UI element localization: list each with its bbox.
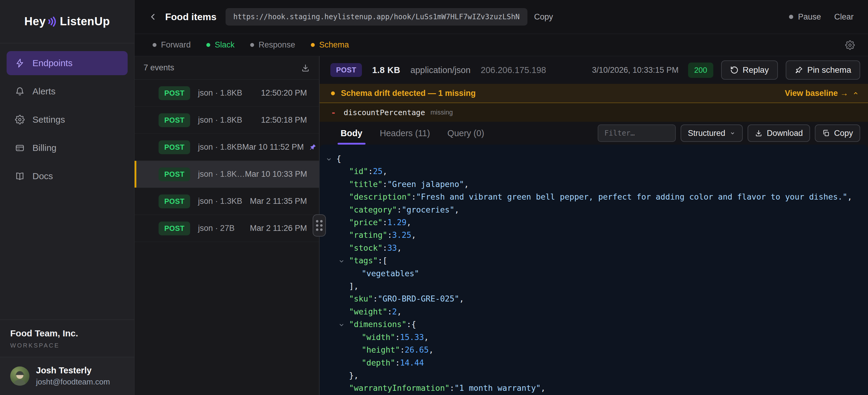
view-mode-label: Structured bbox=[688, 129, 725, 138]
chevron-up-icon bbox=[852, 90, 859, 96]
tab-headers-11[interactable]: Headers (11) bbox=[376, 122, 434, 145]
event-row[interactable]: POSTjson · 1.8KB12:50:18 PM bbox=[134, 107, 319, 134]
json-token: : bbox=[395, 333, 400, 342]
content-split: 7 events POSTjson · 1.8KB12:50:20 PMPOST… bbox=[134, 56, 868, 395]
sidebar-item-endpoints[interactable]: Endpoints bbox=[7, 51, 128, 75]
copy-url-button[interactable]: Copy bbox=[534, 12, 553, 22]
sidebar-item-label: Endpoints bbox=[32, 58, 72, 68]
event-meta-row: POST 1.8 KB application/json 206.206.175… bbox=[319, 56, 868, 84]
sidebar-nav: EndpointsAlertsSettingsBillingDocs bbox=[0, 43, 134, 196]
status-tab-slack[interactable]: Slack bbox=[206, 40, 235, 50]
workspace-block[interactable]: Food Team, Inc. WORKSPACE bbox=[0, 319, 134, 357]
filter-input[interactable] bbox=[598, 124, 676, 142]
json-token: : bbox=[383, 243, 388, 253]
collapse-chevron-icon[interactable] bbox=[338, 322, 349, 328]
avatar bbox=[10, 366, 29, 386]
json-line: "weight":2, bbox=[319, 305, 868, 318]
book-icon bbox=[15, 171, 25, 181]
json-token: , bbox=[455, 205, 459, 214]
sidebar-item-alerts[interactable]: Alerts bbox=[7, 79, 128, 104]
view-mode-select[interactable]: Structured bbox=[681, 124, 743, 142]
copy-body-button[interactable]: Copy bbox=[815, 124, 860, 142]
json-token: "rating" bbox=[349, 230, 388, 239]
brand-listenup: ListenUp bbox=[60, 15, 110, 28]
event-row[interactable]: POSTjson · 1.3KBMar 2 11:35 PM bbox=[134, 188, 319, 215]
json-line: "tags":[ bbox=[319, 254, 868, 267]
status-tab-schema[interactable]: Schema bbox=[311, 40, 349, 50]
replay-button[interactable]: Replay bbox=[721, 60, 778, 80]
json-token: "dimensions" bbox=[349, 319, 406, 329]
settings-gear-button[interactable] bbox=[845, 40, 855, 50]
pause-status-dot bbox=[789, 15, 793, 19]
user-menu[interactable]: Josh Testerly josht@foodteam.com bbox=[0, 357, 134, 395]
status-tab-response[interactable]: Response bbox=[250, 40, 295, 50]
json-line: "price":1.29, bbox=[319, 216, 868, 229]
json-token: , bbox=[406, 218, 411, 227]
sidebar-item-billing[interactable]: Billing bbox=[7, 136, 128, 160]
main-area: Food items https://hook.staging.heyliste… bbox=[134, 0, 868, 395]
json-line: "id":25, bbox=[319, 165, 868, 178]
sidebar-item-label: Billing bbox=[32, 143, 57, 153]
pin-schema-button[interactable]: Pin schema bbox=[786, 60, 860, 80]
drift-field-status: missing bbox=[430, 109, 453, 116]
json-line: "width":15.33, bbox=[319, 331, 868, 344]
export-events-button[interactable] bbox=[301, 63, 310, 73]
event-method-badge: POST bbox=[159, 167, 190, 181]
event-row[interactable]: POSTjson · 1.8KB12:50:20 PM bbox=[134, 80, 319, 107]
json-token: : bbox=[383, 218, 388, 227]
json-token: ], bbox=[349, 281, 359, 291]
event-meta: json · 1.3KB bbox=[198, 197, 242, 206]
json-token: "groceries" bbox=[402, 205, 455, 214]
collapse-chevron-icon[interactable] bbox=[338, 258, 349, 264]
sidebar-item-docs[interactable]: Docs bbox=[7, 164, 128, 188]
status-tab-forward[interactable]: Forward bbox=[153, 40, 191, 50]
download-body-button[interactable]: Download bbox=[748, 124, 810, 142]
json-token: : bbox=[388, 230, 392, 239]
json-token: "description" bbox=[349, 192, 411, 201]
events-list: POSTjson · 1.8KB12:50:20 PMPOSTjson · 1.… bbox=[134, 80, 319, 242]
clear-button[interactable]: Clear bbox=[834, 12, 854, 22]
event-row[interactable]: POSTjson · 27BMar 2 11:26 PM bbox=[134, 215, 319, 242]
pause-label: Pause bbox=[798, 12, 821, 22]
payload-tabs-row: BodyHeaders (11)Query (0) Structured Dow… bbox=[319, 122, 868, 145]
event-time: Mar 2 11:35 PM bbox=[250, 197, 307, 206]
json-line: "sku":"GRO-BRD-GRE-025", bbox=[319, 292, 868, 305]
sidebar-item-settings[interactable]: Settings bbox=[7, 108, 128, 132]
json-body-viewer[interactable]: {"id":25,"title":"Green jalapeno","descr… bbox=[319, 145, 868, 395]
webhook-url[interactable]: https://hook.staging.heylistenup.app/hoo… bbox=[225, 8, 528, 26]
json-line: "category":"groceries", bbox=[319, 203, 868, 216]
json-token: "title" bbox=[349, 179, 383, 189]
event-time: Mar 10 11:52 PM bbox=[242, 142, 304, 152]
integration-status-bar: ForwardSlackResponseSchema bbox=[134, 34, 868, 56]
collapse-chevron-icon[interactable] bbox=[326, 156, 336, 163]
json-token: : bbox=[388, 307, 392, 316]
drift-field-row: - discountPercentage missing bbox=[319, 103, 868, 122]
tab-body[interactable]: Body bbox=[336, 122, 367, 145]
back-button[interactable] bbox=[149, 12, 157, 21]
events-count: 7 events bbox=[144, 63, 174, 73]
copy-body-label: Copy bbox=[834, 129, 853, 138]
pause-button[interactable]: Pause bbox=[789, 12, 821, 22]
event-meta: json · 1.8KB bbox=[198, 88, 242, 98]
bell-icon bbox=[15, 87, 25, 96]
json-line: "height":26.65, bbox=[319, 344, 868, 356]
json-token: "GRO-BRD-GRE-025" bbox=[378, 294, 459, 303]
source-ip: 206.206.175.198 bbox=[481, 65, 546, 75]
sound-wave-icon bbox=[47, 15, 58, 29]
view-baseline-link[interactable]: View baseline → bbox=[785, 89, 859, 98]
tab-query-0[interactable]: Query (0) bbox=[443, 122, 488, 145]
json-token: "height" bbox=[362, 345, 400, 355]
json-token: "depth" bbox=[362, 358, 395, 367]
download-icon bbox=[301, 63, 310, 73]
event-method-badge: POST bbox=[159, 140, 190, 154]
gear-icon bbox=[15, 115, 25, 124]
json-token: 26.65 bbox=[405, 345, 429, 355]
event-method-badge: POST bbox=[159, 113, 190, 127]
replay-label: Replay bbox=[743, 65, 769, 75]
event-row[interactable]: POSTjson · 1.8KBMar 10 11:52 PM bbox=[134, 134, 319, 161]
event-method-badge: POST bbox=[159, 86, 190, 100]
copy-icon bbox=[822, 129, 830, 137]
drift-field-name: discountPercentage bbox=[344, 108, 425, 117]
event-time: 12:50:20 PM bbox=[261, 88, 307, 98]
event-row[interactable]: POSTjson · 1.8K…Mar 10 10:33 PM bbox=[134, 161, 319, 188]
